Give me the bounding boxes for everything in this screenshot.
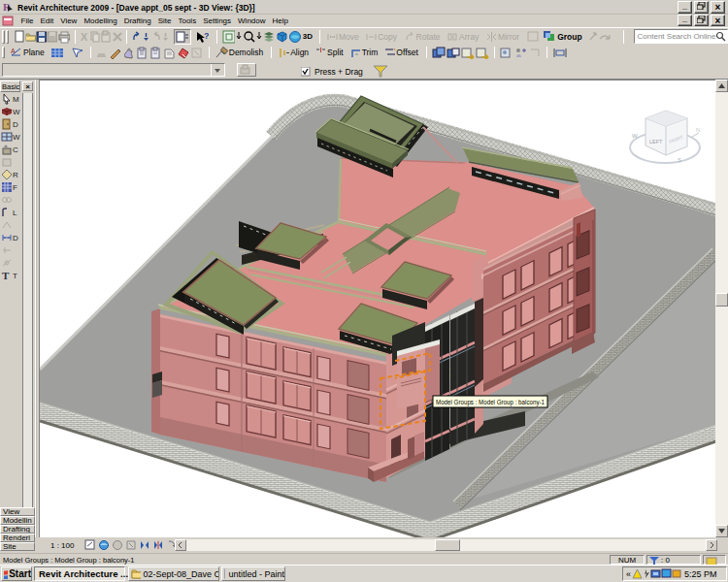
svg-text:X: X xyxy=(81,31,88,43)
svg-text:A: A xyxy=(11,48,16,54)
svg-text:LEFT: LEFT xyxy=(649,139,663,145)
svg-text:?: ? xyxy=(204,31,209,41)
svg-text:W: W xyxy=(632,133,638,139)
svg-text:T: T xyxy=(2,270,10,281)
svg-text:Model Groups : Model Group : b: Model Groups : Model Group : balcony-1 xyxy=(436,399,545,406)
svg-text:N: N xyxy=(696,127,700,133)
svg-text:S: S xyxy=(678,157,681,163)
svg-text:R: R xyxy=(3,1,12,13)
